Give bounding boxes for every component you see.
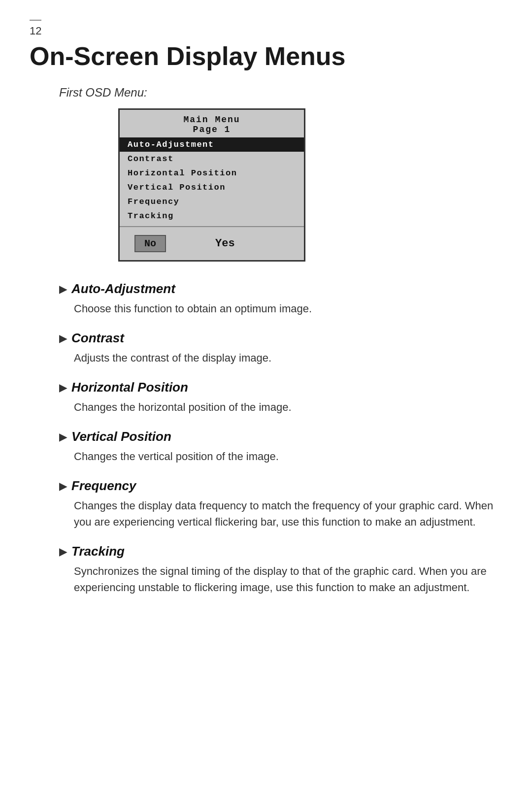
section-body-2: Changes the horizontal position of the i… <box>74 399 498 415</box>
section-title-2: Horizontal Position <box>71 380 188 395</box>
osd-box: Main Menu Page 1 Auto-AdjustmentContrast… <box>118 108 305 262</box>
osd-menu-items: Auto-AdjustmentContrastHorizontal Positi… <box>120 137 304 223</box>
section-0: ▶Auto-AdjustmentChoose this function to … <box>59 281 502 317</box>
arrow-icon-4: ▶ <box>59 480 66 492</box>
osd-menu-item-5: Tracking <box>120 209 304 223</box>
osd-menu-item-4: Frequency <box>120 195 304 209</box>
osd-btn-no[interactable]: No <box>134 235 166 252</box>
section-1: ▶ContrastAdjusts the contrast of the dis… <box>59 331 502 366</box>
osd-subtitle: First OSD Menu: <box>59 86 502 100</box>
arrow-icon-3: ▶ <box>59 431 66 443</box>
section-2: ▶Horizontal PositionChanges the horizont… <box>59 380 502 415</box>
arrow-icon-0: ▶ <box>59 283 66 295</box>
section-title-3: Vertical Position <box>71 429 171 444</box>
arrow-icon-2: ▶ <box>59 382 66 394</box>
section-3: ▶Vertical PositionChanges the vertical p… <box>59 429 502 465</box>
section-5: ▶TrackingSynchronizes the signal timing … <box>59 544 502 596</box>
section-body-4: Changes the display data frequency to ma… <box>74 498 498 530</box>
page-number: 12 <box>30 20 41 37</box>
section-heading-3: ▶Vertical Position <box>59 429 502 444</box>
osd-btn-yes[interactable]: Yes <box>215 237 235 250</box>
section-body-3: Changes the vertical position of the ima… <box>74 448 498 465</box>
osd-header: Main Menu Page 1 <box>120 110 304 137</box>
sections-container: ▶Auto-AdjustmentChoose this function to … <box>59 281 502 596</box>
osd-menu-item-0: Auto-Adjustment <box>120 137 304 152</box>
section-body-5: Synchronizes the signal timing of the di… <box>74 563 498 596</box>
osd-header-line1: Main Menu <box>124 115 300 125</box>
section-body-1: Adjusts the contrast of the display imag… <box>74 350 498 366</box>
arrow-icon-1: ▶ <box>59 332 66 344</box>
section-heading-2: ▶Horizontal Position <box>59 380 502 395</box>
section-4: ▶FrequencyChanges the display data frequ… <box>59 478 502 530</box>
osd-header-line2: Page 1 <box>124 125 300 134</box>
section-heading-4: ▶Frequency <box>59 478 502 494</box>
section-heading-1: ▶Contrast <box>59 331 502 346</box>
section-heading-0: ▶Auto-Adjustment <box>59 281 502 297</box>
osd-menu-item-2: Horizontal Position <box>120 166 304 180</box>
page-title: On-Screen Display Menus <box>30 41 502 71</box>
osd-footer: No Yes <box>120 226 304 260</box>
section-title-0: Auto-Adjustment <box>71 281 175 297</box>
section-title-5: Tracking <box>71 544 125 559</box>
osd-menu-item-1: Contrast <box>120 152 304 166</box>
arrow-icon-5: ▶ <box>59 546 66 558</box>
osd-menu-container: Main Menu Page 1 Auto-AdjustmentContrast… <box>118 108 305 262</box>
section-body-0: Choose this function to obtain an optimu… <box>74 300 498 317</box>
section-title-4: Frequency <box>71 478 136 494</box>
section-title-1: Contrast <box>71 331 124 346</box>
osd-menu-item-3: Vertical Position <box>120 180 304 195</box>
section-heading-5: ▶Tracking <box>59 544 502 559</box>
